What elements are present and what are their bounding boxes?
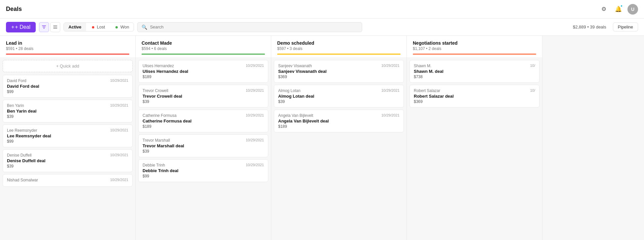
filter-lost-button[interactable]: Lost: [87, 23, 109, 31]
card-date: 10/29/2021: [110, 78, 128, 82]
column-bar: [6, 54, 129, 55]
filter-buttons: Active Lost Won: [64, 23, 134, 31]
deal-card[interactable]: Catherine Formusa 10/29/2021 Catherine F…: [138, 110, 268, 132]
column-meta: $1,107 • 2 deals: [413, 46, 536, 51]
card-amount: $99: [7, 89, 128, 94]
column-lead_in: Lead in $591 • 28 deals + Quick add Davi…: [0, 36, 136, 240]
column-meta: $591 • 28 deals: [6, 46, 129, 51]
quick-add-button[interactable]: + Quick add: [3, 60, 133, 72]
card-amount: $39: [143, 149, 264, 154]
deal-card[interactable]: Ulises Hernandez 10/29/2021 Ulises Herna…: [138, 60, 268, 83]
card-top: Debbie Trinh 10/29/2021: [143, 163, 264, 168]
filter-active-button[interactable]: Active: [64, 23, 86, 31]
column-title: Demo scheduled: [277, 40, 401, 46]
column-body: + Quick add David Ford 10/29/2021 David …: [0, 57, 135, 240]
column-meta: $597 • 3 deals: [277, 46, 401, 51]
deal-card[interactable]: Denise Duffell 10/29/2021 Denise Duffell…: [3, 149, 133, 172]
card-amount: $39: [278, 99, 400, 104]
card-amount: $738: [414, 74, 535, 79]
deal-card[interactable]: Angela Van Bijlevelt 10/29/2021 Angela V…: [274, 110, 404, 132]
column-bar: [142, 54, 265, 55]
toolbar: + + Deal Active Lost Won 🔍 $2,889 • 39 d…: [0, 19, 644, 36]
deal-card[interactable]: Trevor Crowell 10/29/2021 Trevor Crowell…: [138, 85, 268, 108]
card-top: Trevor Crowell 10/29/2021: [143, 88, 264, 93]
card-amount: $369: [278, 74, 400, 79]
card-contact: Catherine Formusa: [143, 113, 177, 118]
card-contact: Sanjeev Viswanath: [278, 64, 312, 68]
card-top: Sanjeev Viswanath 10/29/2021: [278, 64, 400, 68]
deal-card[interactable]: David Ford 10/29/2021 David Ford deal $9…: [3, 75, 133, 98]
add-deal-button[interactable]: + + Deal: [6, 22, 36, 32]
column-header: Negotiations started $1,107 • 2 deals: [407, 36, 542, 57]
card-deal-name: Debbie Trinh deal: [143, 168, 264, 173]
deal-card[interactable]: Robert Salazar 10/ Robert Salazar deal $…: [409, 85, 539, 108]
deal-card[interactable]: Ben Yarin 10/29/2021 Ben Yarin deal $39: [3, 100, 133, 122]
list-view-button[interactable]: [50, 22, 60, 32]
card-contact: Denise Duffell: [7, 153, 31, 158]
pipeline-button[interactable]: Pipeline: [613, 23, 638, 31]
card-date: 10/: [530, 88, 535, 92]
card-amount: $39: [143, 99, 264, 104]
filter-won-button[interactable]: Won: [111, 23, 134, 31]
card-amount: $39: [7, 164, 128, 168]
card-contact: Ulises Hernandez: [143, 64, 174, 68]
search-box: 🔍: [137, 22, 362, 32]
svg-rect-5: [53, 28, 57, 29]
filter-view-button[interactable]: [39, 22, 49, 32]
card-contact: Trevor Crowell: [143, 88, 168, 93]
deal-card[interactable]: Sanjeev Viswanath 10/29/2021 Sanjeev Vis…: [274, 60, 404, 83]
card-date: 10/29/2021: [381, 64, 400, 68]
won-dot: [115, 26, 118, 28]
card-contact: Angela Van Bijlevelt: [278, 113, 313, 118]
column-body: Ulises Hernandez 10/29/2021 Ulises Herna…: [136, 57, 271, 240]
card-contact: Robert Salazar: [414, 88, 440, 93]
card-amount: $189: [143, 124, 264, 129]
deal-card[interactable]: Lee Reemsnyder 10/29/2021 Lee Reemsnyder…: [3, 124, 133, 147]
column-header: Demo scheduled $597 • 3 deals: [271, 36, 407, 57]
svg-rect-4: [53, 27, 57, 27]
svg-rect-0: [42, 25, 46, 26]
column-title: Negotiations started: [413, 40, 536, 46]
card-amount: $39: [7, 114, 128, 119]
card-deal-name: Ben Yarin deal: [7, 109, 128, 114]
notification-wrapper: 🔔: [613, 4, 623, 15]
card-date: 10/29/2021: [381, 88, 400, 92]
card-deal-name: Sanjeev Viswanath deal: [278, 69, 400, 74]
svg-rect-1: [43, 27, 45, 27]
column-demo_scheduled: Demo scheduled $597 • 3 deals Sanjeev Vi…: [271, 36, 407, 240]
card-deal-name: Catherine Formusa deal: [143, 119, 264, 123]
card-contact: Almog Lotan: [278, 88, 300, 93]
card-top: Lee Reemsnyder 10/29/2021: [7, 128, 128, 133]
card-top: David Ford 10/29/2021: [7, 78, 128, 83]
card-deal-name: Trevor Crowell deal: [143, 94, 264, 99]
total-info: $2,889 • 39 deals: [573, 24, 606, 29]
app-header: Deals ⚙ 🔔 U: [0, 0, 644, 19]
column-body: Shawn M. 10/ Shawn M. deal $738 Robert S…: [407, 57, 542, 240]
deal-card[interactable]: Debbie Trinh 10/29/2021 Debbie Trinh dea…: [138, 159, 268, 182]
card-contact: Shawn M.: [414, 64, 431, 68]
card-top: Almog Lotan 10/29/2021: [278, 88, 400, 93]
column-meta: $594 • 6 deals: [142, 46, 265, 51]
column-body: Sanjeev Viswanath 10/29/2021 Sanjeev Vis…: [271, 57, 407, 240]
card-deal-name: Almog Lotan deal: [278, 94, 400, 99]
card-top: Angela Van Bijlevelt 10/29/2021: [278, 113, 400, 118]
card-amount: $369: [414, 99, 535, 104]
card-date: 10/29/2021: [110, 103, 128, 107]
deal-card[interactable]: Trevor Marshall 10/29/2021 Trevor Marsha…: [138, 134, 268, 157]
card-top: Catherine Formusa 10/29/2021: [143, 113, 264, 118]
header-icons: ⚙ 🔔 U: [598, 4, 638, 15]
search-icon: 🔍: [142, 24, 147, 30]
deal-card[interactable]: Nishad Somalwar 10/29/2021: [3, 174, 133, 187]
kanban-board: Lead in $591 • 28 deals + Quick add Davi…: [0, 36, 644, 240]
column-header: Contact Made $594 • 6 deals: [136, 36, 271, 57]
deal-card[interactable]: Almog Lotan 10/29/2021 Almog Lotan deal …: [274, 85, 404, 108]
deal-card[interactable]: Shawn M. 10/ Shawn M. deal $738: [409, 60, 539, 83]
column-header: Lead in $591 • 28 deals: [0, 36, 135, 57]
card-date: 10/29/2021: [246, 163, 264, 167]
card-contact: Ben Yarin: [7, 103, 24, 108]
search-input[interactable]: [150, 24, 358, 29]
card-top: Ulises Hernandez 10/29/2021: [143, 64, 264, 68]
settings-icon[interactable]: ⚙: [598, 4, 609, 15]
avatar[interactable]: U: [627, 4, 638, 15]
card-date: 10/29/2021: [110, 153, 128, 157]
